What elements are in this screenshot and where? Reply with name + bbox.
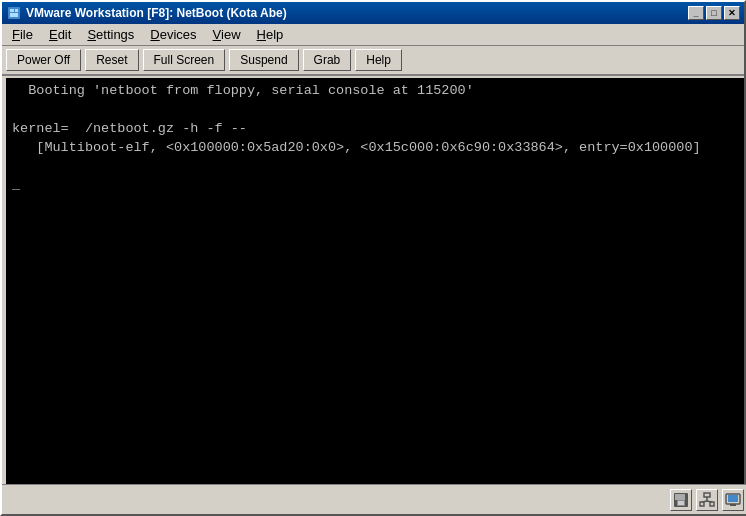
reset-button[interactable]: Reset (85, 49, 138, 71)
grab-button[interactable]: Grab (303, 49, 352, 71)
menu-help[interactable]: Help (249, 25, 292, 44)
vm-screen[interactable]: Booting 'netboot from floppy, serial con… (6, 78, 744, 498)
power-off-button[interactable]: Power Off (6, 49, 81, 71)
svg-rect-8 (704, 493, 710, 497)
window-title: VMware Workstation [F8]: NetBoot (Kota A… (26, 6, 287, 20)
help-button[interactable]: Help (355, 49, 402, 71)
minimize-button[interactable]: _ (688, 6, 704, 20)
svg-rect-15 (728, 495, 738, 502)
menu-devices[interactable]: Devices (142, 25, 204, 44)
svg-rect-9 (700, 502, 704, 506)
menu-view[interactable]: View (205, 25, 249, 44)
network-icon[interactable] (696, 489, 718, 511)
floppy-icon[interactable] (670, 489, 692, 511)
svg-line-12 (702, 501, 707, 502)
svg-rect-3 (10, 13, 18, 17)
window-frame: VMware Workstation [F8]: NetBoot (Kota A… (0, 0, 746, 516)
svg-rect-7 (678, 501, 684, 505)
status-bar (2, 484, 746, 514)
menu-settings[interactable]: Settings (79, 25, 142, 44)
title-bar-controls: _ □ ✕ (688, 6, 740, 20)
full-screen-button[interactable]: Full Screen (143, 49, 226, 71)
app-icon (6, 5, 22, 21)
menu-bar: File Edit Settings Devices View Help (2, 24, 744, 46)
svg-rect-16 (730, 504, 736, 506)
toolbar: Power Off Reset Full Screen Suspend Grab… (2, 46, 744, 76)
maximize-button[interactable]: □ (706, 6, 722, 20)
suspend-button[interactable]: Suspend (229, 49, 298, 71)
menu-file[interactable]: File (4, 25, 41, 44)
display-icon[interactable] (722, 489, 744, 511)
svg-line-13 (707, 501, 712, 502)
close-button[interactable]: ✕ (724, 6, 740, 20)
title-bar-left: VMware Workstation [F8]: NetBoot (Kota A… (6, 5, 287, 21)
svg-rect-2 (15, 9, 18, 12)
title-bar: VMware Workstation [F8]: NetBoot (Kota A… (2, 2, 744, 24)
svg-rect-1 (10, 9, 14, 12)
menu-edit[interactable]: Edit (41, 25, 79, 44)
svg-rect-5 (675, 494, 685, 500)
svg-rect-10 (710, 502, 714, 506)
